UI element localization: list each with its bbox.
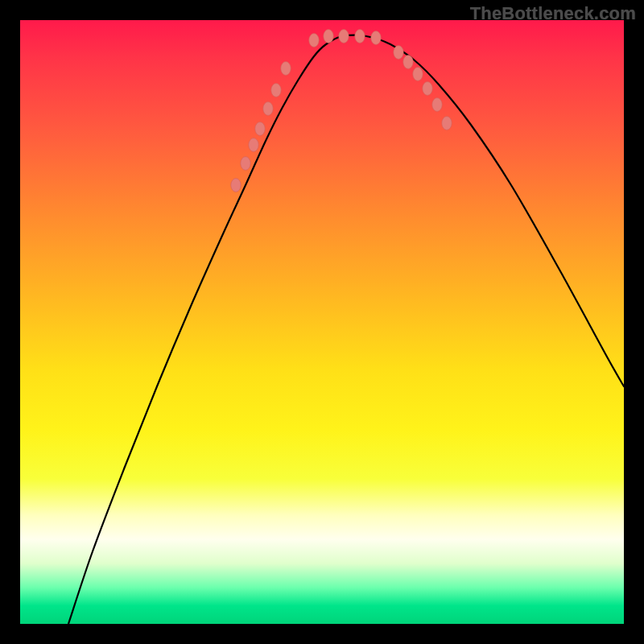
bead-marker: [423, 82, 432, 96]
bead-marker: [394, 46, 403, 60]
bead-marker: [281, 62, 291, 76]
bead-marker: [442, 117, 452, 130]
bead-marker: [339, 30, 349, 43]
bottleneck-curve: [68, 35, 624, 624]
bead-marker: [271, 84, 281, 97]
bead-marker: [231, 179, 241, 192]
bottleneck-plot: [20, 20, 624, 624]
bead-marker: [255, 122, 265, 136]
bead-marker: [355, 30, 365, 43]
bead-marker: [371, 31, 381, 45]
bead-marker: [263, 102, 273, 116]
bead-marker: [241, 157, 250, 171]
bead-marker: [413, 68, 423, 81]
bead-marker: [309, 34, 319, 47]
chart-frame: [20, 20, 624, 624]
bead-marker: [249, 138, 258, 152]
watermark-text: TheBottleneck.com: [470, 3, 636, 24]
bead-marker: [432, 98, 442, 112]
bead-marker: [403, 56, 413, 69]
bead-marker: [324, 30, 333, 43]
bead-markers: [231, 30, 452, 192]
